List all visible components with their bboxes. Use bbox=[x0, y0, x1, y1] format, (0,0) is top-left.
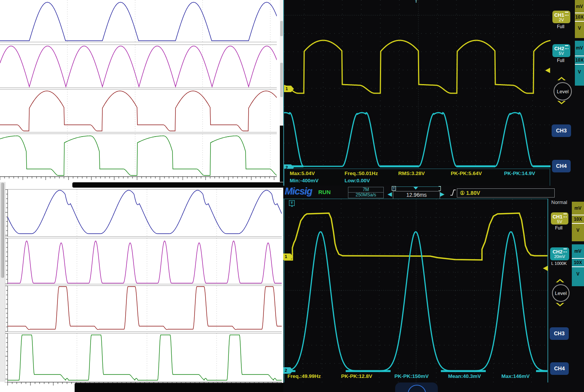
t-glyph: T bbox=[392, 186, 396, 191]
unit-v[interactable]: V bbox=[572, 224, 584, 237]
ch2-bandwidth: Full bbox=[557, 58, 564, 63]
timebase-left-arrow-icon[interactable]: ◀ bbox=[388, 191, 392, 198]
ch3-button[interactable]: CH3 bbox=[552, 124, 571, 137]
ch1-bandwidth: Full bbox=[557, 24, 564, 29]
ch2-scale: 5V bbox=[552, 51, 570, 56]
plot-green-pulses bbox=[5, 333, 282, 382]
probe-10x[interactable]: 10X bbox=[572, 215, 584, 224]
dc-coupling-icon bbox=[563, 249, 567, 252]
plot-load-current bbox=[0, 134, 277, 177]
control-panel-bottom: Normal mV 10X V CH1 5V Full CH2 20mV L 1… bbox=[548, 199, 584, 392]
dc-coupling-icon bbox=[563, 214, 567, 217]
dc-coupling-icon bbox=[565, 12, 568, 16]
probe-10x[interactable]: 10X bbox=[572, 258, 584, 267]
scrollbar-thumb[interactable] bbox=[280, 21, 283, 36]
ch1-bandwidth: Full bbox=[555, 225, 562, 231]
ch3-button[interactable]: CH3 bbox=[550, 327, 569, 340]
run-status[interactable]: RUN bbox=[318, 189, 331, 195]
memory-samplerate-box[interactable]: 7M 250MSa/s bbox=[348, 187, 384, 198]
plot-half-wave-sine bbox=[0, 0, 277, 42]
left-scrollbar-thumb[interactable] bbox=[1, 183, 4, 278]
taskbar-fragment bbox=[75, 383, 284, 392]
composite-screenshot: T 1 2 Max:5.04V Freq.:50.01Hz RMS:3.28V … bbox=[0, 0, 584, 392]
unit-mv[interactable]: mV bbox=[572, 244, 584, 258]
meas-freq: Freq.:49.99Hz bbox=[287, 373, 321, 379]
meas-pkpk2: PK-PK:14.9V bbox=[504, 171, 535, 176]
oscilloscope-screen-bottom: T 1 2 Freq.:49.99Hz PK-PK:12.8V PK-PK:15… bbox=[283, 199, 548, 392]
waveform-traces bbox=[284, 0, 550, 169]
trigger-level-box[interactable]: ① 1.80V bbox=[457, 188, 555, 198]
ch2-button[interactable]: CH2 5V bbox=[552, 44, 570, 57]
unit-v[interactable]: V bbox=[572, 267, 584, 281]
meas-max: Max:5.04V bbox=[290, 171, 315, 176]
trigger-position-icon: T bbox=[415, 0, 417, 3]
unit-mv[interactable]: mV bbox=[575, 0, 584, 13]
trigger-mode[interactable]: Normal bbox=[551, 199, 567, 205]
plot-gate-bells bbox=[5, 238, 282, 284]
probe-10x[interactable]: 10X bbox=[575, 13, 584, 22]
probe-10x[interactable]: 10X bbox=[575, 56, 584, 65]
ch1-button[interactable]: CH1 2V bbox=[552, 11, 570, 23]
dc-coupling-icon bbox=[565, 45, 568, 49]
level-up-chevron-icon[interactable] bbox=[557, 77, 566, 80]
ch4-button[interactable]: CH4 bbox=[550, 362, 569, 375]
unit-mv[interactable]: mV bbox=[575, 41, 584, 56]
meas-max: Max:146mV bbox=[501, 373, 530, 379]
oscilloscope-screen-top: T 1 2 Max:5.04V Freq.:50.01Hz RMS:3.28V … bbox=[283, 0, 550, 186]
trigger-time-flag[interactable]: T bbox=[289, 200, 295, 206]
level-down-chevron-icon[interactable] bbox=[557, 101, 566, 104]
ch1-unit-panel[interactable]: mV 10X V bbox=[575, 0, 584, 38]
scope-header-bar: Micsig RUN 7M 250MSa/s T ◀ 12.96ms ▶ ① 1… bbox=[283, 186, 584, 199]
timebase-box[interactable]: 12.96ms bbox=[393, 191, 440, 199]
plot-clamped-sine bbox=[5, 189, 282, 237]
title-bar-fragment bbox=[72, 182, 284, 188]
level-knob[interactable]: Level bbox=[552, 284, 570, 302]
ch1-button[interactable]: CH1 5V bbox=[551, 212, 568, 225]
meas-pkpk1: PK-PK:5.64V bbox=[451, 171, 482, 176]
ch2-unit-panel[interactable]: mV 10X V bbox=[575, 41, 584, 86]
meas-min: Min:-400mV bbox=[290, 178, 319, 183]
plot-scr-output bbox=[0, 89, 277, 132]
rising-slope-icon[interactable] bbox=[450, 189, 456, 196]
sample-rate: 250MSa/s bbox=[348, 193, 383, 198]
ch1-scale: 5V bbox=[551, 220, 568, 224]
unit-v[interactable]: V bbox=[575, 65, 584, 80]
scrollbar-thumb[interactable] bbox=[280, 63, 283, 97]
x-axis-ticks bbox=[0, 176, 277, 182]
measurement-bar: Max:5.04V Freq.:50.01Hz RMS:3.28V PK-PK:… bbox=[284, 169, 550, 186]
waveform-traces bbox=[284, 199, 547, 382]
simulation-plot-window-bottom bbox=[0, 182, 284, 392]
ch2-button[interactable]: CH2 20mV bbox=[550, 247, 569, 260]
timebase-right-arrow-icon[interactable]: ▶ bbox=[440, 191, 445, 198]
plot-red-pulses bbox=[5, 285, 282, 332]
level-knob[interactable]: Level bbox=[554, 82, 572, 100]
meas-mean: Mean:40.3mV bbox=[448, 373, 481, 379]
level-down-chevron-icon[interactable] bbox=[556, 303, 564, 306]
meas-pkpk1: PK-PK:12.8V bbox=[341, 373, 372, 379]
trigger-position-bar[interactable]: T bbox=[392, 186, 441, 190]
micsig-logo: Micsig bbox=[285, 186, 312, 197]
unit-v[interactable]: V bbox=[575, 22, 584, 34]
simulation-plot-window-top bbox=[0, 0, 284, 182]
ch2-scale: 20mV bbox=[550, 255, 569, 259]
ch4-button[interactable]: CH4 bbox=[552, 160, 571, 172]
level-up-chevron-icon[interactable] bbox=[556, 279, 564, 282]
ch2-unit-panel[interactable]: mV 10X V bbox=[572, 244, 584, 286]
ch1-unit-panel[interactable]: mV 10X V bbox=[572, 202, 584, 241]
end-bracket bbox=[439, 186, 441, 191]
meas-pkpk2: PK-PK:150mV bbox=[394, 373, 429, 379]
meas-low: Low:0.00V bbox=[345, 178, 370, 183]
ch1-scale: 2V bbox=[552, 18, 570, 22]
meas-rms: RMS:3.28V bbox=[398, 171, 425, 176]
control-panel-top: mV 10X V CH1 2V Full CH2 5V Full mV 10X … bbox=[550, 0, 584, 186]
ch2-memory: L 1000K bbox=[551, 261, 567, 266]
plot-rectified-sine bbox=[0, 45, 277, 88]
memory-depth: 7M bbox=[348, 187, 383, 193]
meas-freq: Freq.:50.01Hz bbox=[345, 171, 378, 176]
unit-mv[interactable]: mV bbox=[572, 202, 584, 215]
